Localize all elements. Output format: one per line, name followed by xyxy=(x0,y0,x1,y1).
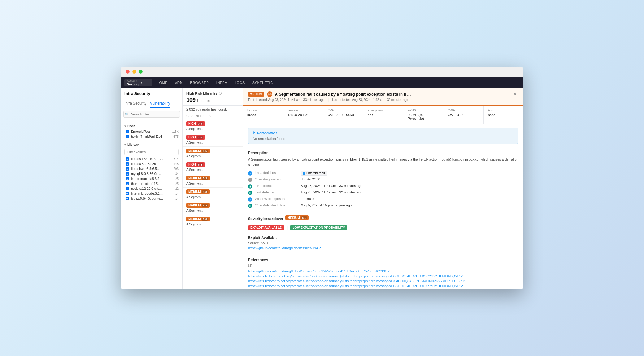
nav-apm[interactable]: APM xyxy=(172,77,186,88)
host-label-1: berlin-ThinkPad-E14 xyxy=(131,135,172,138)
meta-epss-value: 0.07% (30 Percentile) xyxy=(408,113,439,120)
lib-item-7[interactable]: intel-microcode:3.2... 14 xyxy=(121,191,182,196)
app-nav: Account Security ▾ HOME APM BROWSER INFR… xyxy=(121,77,523,88)
vuln-item-5[interactable]: MEDIUM5.3 A Segmen... xyxy=(183,188,243,201)
nav-logs[interactable]: LOGS xyxy=(232,77,248,88)
account-selector[interactable]: Account Security ▾ xyxy=(124,79,152,86)
last-detected-key: Last detected xyxy=(255,190,298,194)
meta-cwe-value: CWE-369 xyxy=(448,113,479,117)
meta-ecosystem: Ecosystem deb xyxy=(363,106,403,124)
library-group-header[interactable]: Library xyxy=(121,141,182,148)
vuln-item-title-7: A Segmen... xyxy=(186,222,239,226)
first-detected-key: First detected xyxy=(255,184,298,188)
vuln-item-3[interactable]: HIGH6.8 A Segmen... xyxy=(183,160,243,174)
lib-checkbox-1[interactable] xyxy=(126,162,129,166)
col-severity-header[interactable]: SEVERITY ↕ xyxy=(186,115,208,118)
tab-vulnerability[interactable]: Vulnerability xyxy=(150,101,170,108)
exploit-link[interactable]: https://github.com/strukturag/libheif/is… xyxy=(248,246,518,250)
vuln-item-0[interactable]: HIGH7.4 A Segmen... xyxy=(183,119,243,133)
lib-checkbox-4[interactable] xyxy=(126,177,129,180)
host-filter-item-1[interactable]: berlin-ThinkPad-E14 575 xyxy=(121,134,182,139)
ref-link-0[interactable]: https://github.com/strukturag/libheif/co… xyxy=(248,269,518,273)
lib-label-3: mysql-8:0.8.36-0u... xyxy=(131,172,173,176)
host-checkbox-0[interactable] xyxy=(126,130,129,133)
vuln-item-title-0: A Segmen... xyxy=(186,127,239,131)
vuln-found: 2,032 vulnerabilities found. xyxy=(183,106,243,113)
vuln-item-4[interactable]: MEDIUM5.3 A Segmen... xyxy=(183,174,243,188)
info-window: ▪ Window of exposure a minute xyxy=(248,197,518,202)
lib-checkbox-8[interactable] xyxy=(126,197,129,200)
lib-item-3[interactable]: mysql-8:0.8.36-0u... 34 xyxy=(121,171,182,176)
lib-item-8[interactable]: bluez:5.64-0ubuntu... 14 xyxy=(121,196,182,201)
ref-link-4[interactable]: https://lists.fedoraproject.org/archives… xyxy=(248,289,518,289)
lib-item-0[interactable]: linux:5.15.0-107.117... 774 xyxy=(121,156,182,161)
nav-browser[interactable]: BROWSER xyxy=(187,77,212,88)
nav-synthetic[interactable]: SYNTHETIC xyxy=(249,77,276,88)
meta-ecosystem-label: Ecosystem xyxy=(368,109,398,112)
vuln-item-2[interactable]: MEDIUM6.5 A Segmen... xyxy=(183,147,243,160)
vuln-item-1[interactable]: HIGH7.4 A Segmen... xyxy=(183,133,243,147)
ref-link-1[interactable]: https://lists.fedoraproject.org/archives… xyxy=(248,274,518,278)
meta-cwe: CWE CWE-369 xyxy=(443,106,483,124)
vuln-item-7[interactable]: MEDIUM6.3 A Segmen... xyxy=(183,215,243,228)
lib-checkbox-6[interactable] xyxy=(126,187,129,190)
ref-external-icon-1: ↗ xyxy=(461,275,463,278)
impacted-host-value: EmeraldPearl xyxy=(306,171,325,175)
lib-checkbox-3[interactable] xyxy=(126,172,129,176)
nav-infra[interactable]: INFRA xyxy=(213,77,231,88)
host-filter-group: Host EmeraldPearl 1.5K berlin-ThinkPad-E… xyxy=(121,123,182,139)
vuln-item-6[interactable]: MEDIUM6.3 A Segmen... xyxy=(183,201,243,215)
col-v-header[interactable]: V xyxy=(209,115,211,118)
references-section: References URL https://github.com/strukt… xyxy=(243,255,523,289)
exploit-source: Source: NVD xyxy=(248,241,518,245)
library-search-input[interactable] xyxy=(124,149,179,155)
close-detail-button[interactable]: ✕ xyxy=(512,91,518,97)
nav-home[interactable]: HOME xyxy=(154,77,171,88)
cve-published-dot-icon: ◉ xyxy=(248,204,252,208)
meta-version-label: Version xyxy=(287,109,318,112)
detail-severity-badge: MEDIUM xyxy=(248,92,264,97)
lib-item-2[interactable]: linux-hwe-6.5:6.5... 293 xyxy=(121,166,182,171)
host-label-0: EmeraldPearl xyxy=(131,130,170,133)
lib-checkbox-5[interactable] xyxy=(126,182,129,185)
ref-link-3[interactable]: https://lists.fedoraproject.org/archives… xyxy=(248,284,518,288)
lib-item-4[interactable]: imagemagick:8:6.9... 25 xyxy=(121,176,182,181)
vuln-list-header: High Risk Libraries ⓘ 109 Libraries xyxy=(183,88,243,106)
exploit-chip: EXPLOIT AVAILABLE xyxy=(248,225,284,230)
meta-epss-label: EPSS xyxy=(408,109,439,112)
ref-link-2[interactable]: https://lists.fedoraproject.org/archives… xyxy=(248,279,518,283)
description-text: A Segmentation fault caused by a floatin… xyxy=(248,157,518,167)
host-filter-item-0[interactable]: EmeraldPearl 1.5K xyxy=(121,129,182,134)
cve-published-key: CVE Published date xyxy=(255,203,298,207)
lib-checkbox-2[interactable] xyxy=(126,167,129,171)
lib-count-5: 25 xyxy=(175,182,179,185)
lib-label-6: nodejs:12.22.9-dfs... xyxy=(131,187,173,190)
host-count-0: 1.5K xyxy=(172,130,179,133)
info-impacted-host: ▪ Impacted Host EmeraldPearl xyxy=(248,171,518,176)
info-icon[interactable]: ⓘ xyxy=(219,91,222,96)
tab-infra-security[interactable]: Infra Security xyxy=(124,101,146,108)
maximize-button[interactable] xyxy=(139,70,143,74)
meta-epss: EPSS 0.07% (30 Percentile) xyxy=(403,106,443,124)
lib-item-6[interactable]: nodejs:12.22.9-dfs... 22 xyxy=(121,186,182,191)
meta-library-label: Library xyxy=(247,109,278,112)
os-key: Operating system xyxy=(255,177,298,181)
library-count-label: Libraries xyxy=(197,99,210,102)
search-filter-input[interactable] xyxy=(123,111,180,118)
close-button[interactable] xyxy=(126,70,130,74)
filter-section: Host EmeraldPearl 1.5K berlin-ThinkPad-E… xyxy=(121,120,182,289)
lib-item-5[interactable]: thunderbird:1:115... 25 xyxy=(121,181,182,186)
lib-count-3: 34 xyxy=(175,172,179,176)
exploit-section: Exploit Available Source: NVD https://gi… xyxy=(243,236,523,255)
lib-item-1[interactable]: linux:6.8.0-39.39 448 xyxy=(121,161,182,166)
detail-title-row: MEDIUM 6.5 A Segmentation fault caused b… xyxy=(248,91,411,97)
lib-checkbox-7[interactable] xyxy=(126,192,129,195)
severity-badge-5: MEDIUM5.3 xyxy=(186,189,210,194)
remediation-box: ⚑ Remediation No remediation found xyxy=(248,128,518,144)
info-last-detected: ◉ Last detected Aug 23, 2024 11:42 am - … xyxy=(248,190,518,195)
lib-checkbox-0[interactable] xyxy=(126,157,129,161)
host-group-header[interactable]: Host xyxy=(121,123,182,129)
minimize-button[interactable] xyxy=(132,70,136,74)
host-checkbox-1[interactable] xyxy=(126,135,129,138)
no-remediation: No remediation found xyxy=(253,137,514,141)
